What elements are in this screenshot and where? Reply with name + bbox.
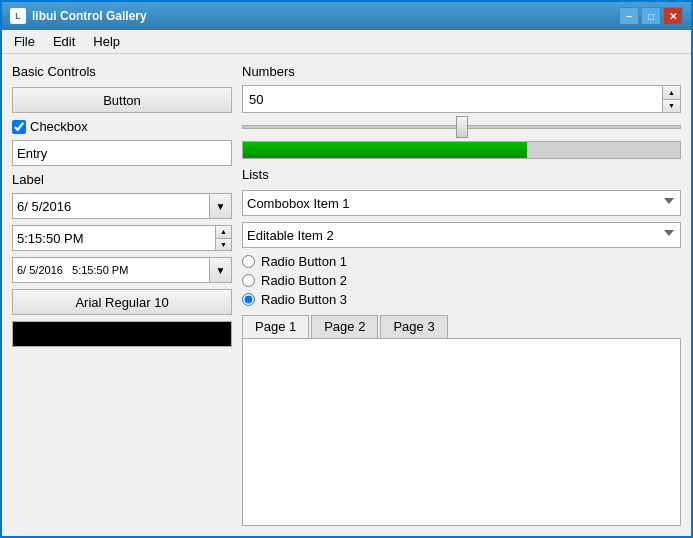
right-panel: Numbers ▲ ▼ Lists <box>242 64 681 526</box>
progress-bar <box>242 141 681 159</box>
menu-file[interactable]: File <box>6 32 43 51</box>
numbers-label: Numbers <box>242 64 681 79</box>
color-button[interactable] <box>12 321 232 347</box>
checkbox-row: Checkbox <box>12 119 232 134</box>
time-spin-up[interactable]: ▲ <box>216 226 231 239</box>
progress-bar-fill <box>243 142 527 158</box>
close-button[interactable]: ✕ <box>663 7 683 25</box>
date-picker[interactable]: ▼ <box>12 193 232 219</box>
combobox[interactable]: Combobox Item 1 Combobox Item 2 Combobox… <box>242 190 681 216</box>
time-input[interactable] <box>13 226 215 250</box>
date-dropdown-button[interactable]: ▼ <box>209 194 231 218</box>
radio-label-3: Radio Button 3 <box>261 292 347 307</box>
numbers-section: Numbers ▲ ▼ <box>242 64 681 159</box>
datetime-dropdown-button[interactable]: ▼ <box>209 258 231 282</box>
entry-input[interactable] <box>12 140 232 166</box>
tab-page1[interactable]: Page 1 <box>242 315 309 338</box>
radio-button-3[interactable] <box>242 293 255 306</box>
date-input[interactable] <box>13 194 209 218</box>
menu-help[interactable]: Help <box>85 32 128 51</box>
editable-combobox[interactable]: Editable Item 1 Editable Item 2 Editable… <box>242 222 681 248</box>
main-button[interactable]: Button <box>12 87 232 113</box>
number-input[interactable] <box>243 86 662 112</box>
radio-row-1: Radio Button 1 <box>242 254 681 269</box>
datetime-input[interactable] <box>13 258 209 282</box>
maximize-button[interactable]: □ <box>641 7 661 25</box>
content-area: Basic Controls Button Checkbox Label ▼ ▲… <box>2 54 691 536</box>
radio-label-1: Radio Button 1 <box>261 254 347 269</box>
time-spin-down[interactable]: ▼ <box>216 239 231 251</box>
radio-button-1[interactable] <box>242 255 255 268</box>
datetime-picker[interactable]: ▼ <box>12 257 232 283</box>
menubar: File Edit Help <box>2 30 691 54</box>
radio-group: Radio Button 1 Radio Button 2 Radio Butt… <box>242 254 681 307</box>
main-window: L libui Control Gallery – □ ✕ File Edit … <box>0 0 693 538</box>
number-spin-up[interactable]: ▲ <box>663 86 680 100</box>
basic-controls-label: Basic Controls <box>12 64 232 79</box>
tab-page2[interactable]: Page 2 <box>311 315 378 338</box>
radio-row-3: Radio Button 3 <box>242 292 681 307</box>
minimize-button[interactable]: – <box>619 7 639 25</box>
lists-section: Lists Combobox Item 1 Combobox Item 2 Co… <box>242 167 681 307</box>
titlebar: L libui Control Gallery – □ ✕ <box>2 2 691 30</box>
app-icon: L <box>10 8 26 24</box>
checkbox-input[interactable] <box>12 120 26 134</box>
lists-label: Lists <box>242 167 681 182</box>
left-panel: Basic Controls Button Checkbox Label ▼ ▲… <box>12 64 232 526</box>
time-spinner[interactable]: ▲ ▼ <box>12 225 232 251</box>
label-field: Label <box>12 172 232 187</box>
number-spinner[interactable]: ▲ ▼ <box>242 85 681 113</box>
tab-page3[interactable]: Page 3 <box>380 315 447 338</box>
time-spin-buttons: ▲ ▼ <box>215 226 231 250</box>
tab-content <box>242 338 681 526</box>
tab-bar: Page 1 Page 2 Page 3 <box>242 315 681 338</box>
number-spin-buttons: ▲ ▼ <box>662 86 680 112</box>
radio-label-2: Radio Button 2 <box>261 273 347 288</box>
radio-button-2[interactable] <box>242 274 255 287</box>
window-controls: – □ ✕ <box>619 7 683 25</box>
radio-row-2: Radio Button 2 <box>242 273 681 288</box>
menu-edit[interactable]: Edit <box>45 32 83 51</box>
slider-container <box>242 117 681 137</box>
number-spin-down[interactable]: ▼ <box>663 100 680 113</box>
titlebar-left: L libui Control Gallery <box>10 8 147 24</box>
font-button[interactable]: Arial Regular 10 <box>12 289 232 315</box>
checkbox-label: Checkbox <box>30 119 88 134</box>
slider-input[interactable] <box>242 125 681 129</box>
tabs-section: Page 1 Page 2 Page 3 <box>242 315 681 526</box>
window-title: libui Control Gallery <box>32 9 147 23</box>
